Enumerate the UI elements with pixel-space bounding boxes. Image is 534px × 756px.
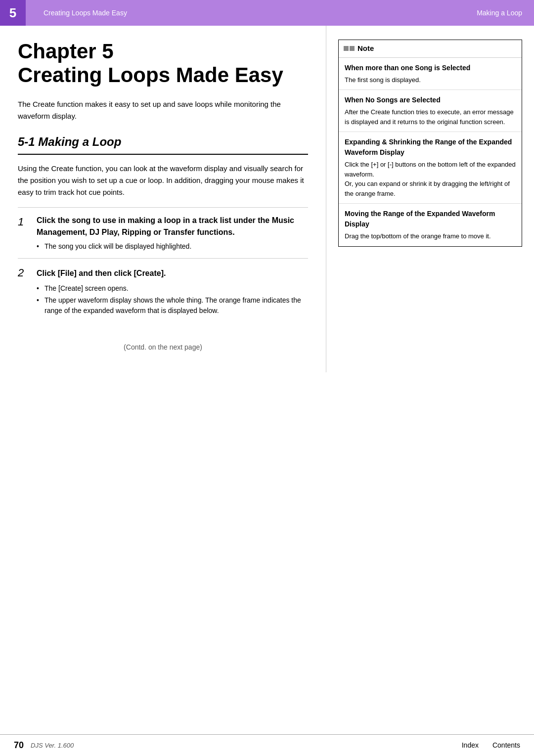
- note-icon: [344, 46, 355, 51]
- footer-brand: DJS Ver. 1.600: [31, 741, 74, 751]
- step-1-number: 1: [18, 215, 33, 253]
- step-2-bullet-2: • The upper waveform display shows the w…: [37, 295, 308, 316]
- note-section-3-title: Expanding & Shrinking the Range of the E…: [345, 137, 516, 158]
- note-section-4-title: Moving the Range of the Expanded Wavefor…: [345, 209, 516, 229]
- note-section-1-body: The first song is displayed.: [345, 75, 516, 85]
- note-section-2: When No Songs are Selected After the Cre…: [339, 89, 522, 132]
- note-section-2-title: When No Songs are Selected: [345, 95, 516, 105]
- step-2: 2 Click [File] and then click [Create]. …: [18, 258, 308, 322]
- step-2-bullet-1: • The [Create] screen opens.: [37, 283, 308, 294]
- footer-page-number: 70: [14, 739, 24, 752]
- intro-paragraph: The Create function makes it easy to set…: [18, 98, 308, 122]
- section-body: Using the Create function, you can look …: [18, 163, 308, 198]
- step-1-title: Click the song to use in making a loop i…: [37, 215, 308, 238]
- footer-index-link[interactable]: Index: [462, 740, 479, 751]
- note-section-4: Moving the Range of the Expanded Wavefor…: [339, 203, 522, 246]
- top-bar-chapter-label: Creating Loops Made Easy: [44, 8, 127, 18]
- step-1: 1 Click the song to use in making a loop…: [18, 207, 308, 258]
- section-heading: 5-1 Making a Loop: [18, 133, 308, 155]
- chapter-number-tab: 5: [0, 0, 26, 26]
- note-section-3: Expanding & Shrinking the Range of the E…: [339, 132, 522, 203]
- note-header-label: Note: [357, 43, 374, 54]
- footer-contents-link[interactable]: Contents: [492, 740, 520, 751]
- chapter-title: Chapter 5 Creating Loops Made Easy: [18, 40, 308, 88]
- footer-left: 70 DJS Ver. 1.600: [14, 739, 74, 752]
- note-section-1: When more than one Song is Selected The …: [339, 58, 522, 90]
- note-section-4-body: Drag the top/bottom of the orange frame …: [345, 231, 516, 241]
- step-2-subheading: Click [File] and then click [Create].: [37, 267, 308, 279]
- step-1-bullet-1: • The song you click will be displayed h…: [37, 241, 308, 252]
- note-section-1-title: When more than one Song is Selected: [345, 63, 516, 73]
- top-bar-section-label: Making a Loop: [477, 8, 522, 18]
- step-2-number: 2: [18, 266, 33, 317]
- note-box: Note When more than one Song is Selected…: [338, 40, 522, 247]
- note-section-2-body: After the Create function tries to execu…: [345, 107, 516, 127]
- contd-text: (Contd. on the next page): [124, 342, 202, 353]
- note-header: Note: [339, 40, 522, 58]
- footer-right: Index Contents: [462, 740, 520, 751]
- note-section-3-body: Click the [+] or [-] buttons on the bott…: [345, 160, 516, 198]
